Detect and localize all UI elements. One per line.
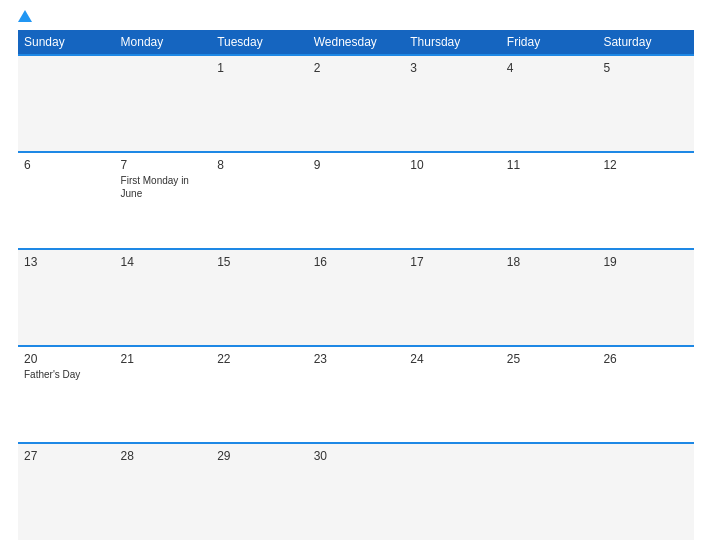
holiday-label: Father's Day xyxy=(24,368,109,381)
calendar-cell: 20Father's Day xyxy=(18,346,115,443)
day-number: 16 xyxy=(314,255,399,269)
day-number: 8 xyxy=(217,158,302,172)
calendar-cell: 4 xyxy=(501,55,598,152)
day-number: 13 xyxy=(24,255,109,269)
day-number: 18 xyxy=(507,255,592,269)
weekday-header-saturday: Saturday xyxy=(597,30,694,55)
header-row: SundayMondayTuesdayWednesdayThursdayFrid… xyxy=(18,30,694,55)
day-number: 14 xyxy=(121,255,206,269)
weekday-header-thursday: Thursday xyxy=(404,30,501,55)
calendar-cell: 2 xyxy=(308,55,405,152)
calendar-cell xyxy=(501,443,598,540)
day-number: 24 xyxy=(410,352,495,366)
weekday-header-friday: Friday xyxy=(501,30,598,55)
calendar-cell: 8 xyxy=(211,152,308,249)
weekday-header-monday: Monday xyxy=(115,30,212,55)
calendar-cell: 10 xyxy=(404,152,501,249)
day-number: 20 xyxy=(24,352,109,366)
day-number: 23 xyxy=(314,352,399,366)
calendar-page: SundayMondayTuesdayWednesdayThursdayFrid… xyxy=(0,0,712,550)
calendar-cell xyxy=(18,55,115,152)
calendar-cell: 28 xyxy=(115,443,212,540)
calendar-cell: 21 xyxy=(115,346,212,443)
day-number: 19 xyxy=(603,255,688,269)
day-number: 11 xyxy=(507,158,592,172)
calendar-cell: 15 xyxy=(211,249,308,346)
calendar-cell: 3 xyxy=(404,55,501,152)
calendar-cell: 6 xyxy=(18,152,115,249)
calendar-cell: 11 xyxy=(501,152,598,249)
logo xyxy=(18,10,34,22)
calendar-cell xyxy=(115,55,212,152)
week-row-2: 67First Monday in June89101112 xyxy=(18,152,694,249)
day-number: 9 xyxy=(314,158,399,172)
calendar-cell: 24 xyxy=(404,346,501,443)
day-number: 28 xyxy=(121,449,206,463)
calendar-cell xyxy=(404,443,501,540)
day-number: 3 xyxy=(410,61,495,75)
day-number: 26 xyxy=(603,352,688,366)
calendar-table: SundayMondayTuesdayWednesdayThursdayFrid… xyxy=(18,30,694,540)
calendar-cell: 14 xyxy=(115,249,212,346)
day-number: 2 xyxy=(314,61,399,75)
calendar-cell: 23 xyxy=(308,346,405,443)
day-number: 27 xyxy=(24,449,109,463)
logo-blue-row xyxy=(18,10,34,22)
calendar-cell: 1 xyxy=(211,55,308,152)
weekday-header-tuesday: Tuesday xyxy=(211,30,308,55)
day-number: 7 xyxy=(121,158,206,172)
calendar-cell: 19 xyxy=(597,249,694,346)
calendar-cell: 9 xyxy=(308,152,405,249)
calendar-cell: 13 xyxy=(18,249,115,346)
day-number: 4 xyxy=(507,61,592,75)
calendar-cell: 29 xyxy=(211,443,308,540)
week-row-3: 13141516171819 xyxy=(18,249,694,346)
day-number: 10 xyxy=(410,158,495,172)
calendar-cell: 18 xyxy=(501,249,598,346)
calendar-cell: 27 xyxy=(18,443,115,540)
week-row-1: 12345 xyxy=(18,55,694,152)
day-number: 6 xyxy=(24,158,109,172)
header xyxy=(18,10,694,22)
day-number: 5 xyxy=(603,61,688,75)
day-number: 15 xyxy=(217,255,302,269)
day-number: 12 xyxy=(603,158,688,172)
day-number: 22 xyxy=(217,352,302,366)
logo-triangle-icon xyxy=(18,10,32,22)
calendar-cell: 16 xyxy=(308,249,405,346)
day-number: 1 xyxy=(217,61,302,75)
day-number: 25 xyxy=(507,352,592,366)
day-number: 17 xyxy=(410,255,495,269)
calendar-cell: 25 xyxy=(501,346,598,443)
calendar-cell xyxy=(597,443,694,540)
week-row-5: 27282930 xyxy=(18,443,694,540)
week-row-4: 20Father's Day212223242526 xyxy=(18,346,694,443)
calendar-cell: 22 xyxy=(211,346,308,443)
day-number: 21 xyxy=(121,352,206,366)
calendar-cell: 12 xyxy=(597,152,694,249)
day-number: 30 xyxy=(314,449,399,463)
calendar-cell: 7First Monday in June xyxy=(115,152,212,249)
calendar-cell: 17 xyxy=(404,249,501,346)
day-number: 29 xyxy=(217,449,302,463)
weekday-header-sunday: Sunday xyxy=(18,30,115,55)
calendar-cell: 5 xyxy=(597,55,694,152)
weekday-header-wednesday: Wednesday xyxy=(308,30,405,55)
calendar-cell: 26 xyxy=(597,346,694,443)
holiday-label: First Monday in June xyxy=(121,174,206,200)
calendar-cell: 30 xyxy=(308,443,405,540)
